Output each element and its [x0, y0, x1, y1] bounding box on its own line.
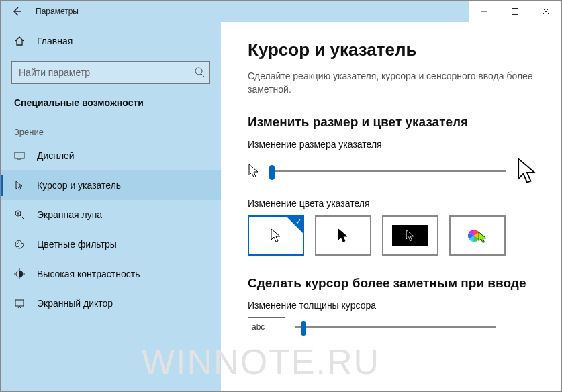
display-icon	[14, 150, 25, 161]
home-label: Главная	[37, 36, 73, 46]
pointer-color-custom[interactable]	[449, 215, 506, 256]
cursor-thickness-label: Изменение толщины курсора	[248, 300, 538, 311]
pointer-color-white[interactable]: ✓	[248, 215, 304, 256]
cursor-white-icon	[270, 228, 282, 244]
svg-point-14	[17, 246, 19, 247]
cursor-thickness-slider[interactable]	[295, 326, 496, 328]
narrator-icon	[14, 298, 25, 309]
search-input[interactable]	[11, 61, 210, 84]
search-wrap	[11, 61, 210, 84]
thickness-preview: abc	[248, 317, 285, 336]
sidebar: Главная Специальные возможности Зрение Д…	[1, 22, 221, 391]
svg-line-9	[20, 215, 24, 219]
sidebar-item-magnifier[interactable]: Экранная лупа	[1, 200, 221, 230]
palette-icon	[14, 239, 25, 250]
cursor-small-icon	[248, 163, 260, 179]
titlebar: Параметры	[1, 1, 561, 22]
cursor-black-icon	[337, 228, 349, 244]
svg-point-4	[195, 68, 202, 75]
sidebar-item-label: Цветные фильтры	[37, 239, 117, 250]
svg-point-13	[18, 242, 19, 243]
search-icon	[194, 66, 205, 77]
text-caret	[250, 322, 250, 332]
slider-thumb[interactable]	[301, 321, 306, 336]
cursor-thickness-row: abc	[248, 317, 538, 336]
svg-rect-6	[15, 152, 24, 158]
svg-point-12	[17, 243, 18, 244]
category-header: Специальные возможности	[1, 91, 221, 115]
content-area: Курсор и указатель Сделайте реакцию указ…	[221, 22, 561, 391]
svg-rect-1	[512, 9, 518, 15]
check-icon: ✓	[295, 217, 301, 226]
close-button[interactable]	[530, 1, 561, 22]
window-controls	[469, 1, 561, 22]
pointer-size-slider[interactable]	[269, 170, 506, 172]
contrast-icon	[14, 268, 25, 279]
back-button[interactable]	[1, 1, 33, 22]
sidebar-item-colorfilters[interactable]: Цветные фильтры	[1, 230, 221, 259]
cursor-green-icon	[477, 231, 488, 244]
slider-thumb[interactable]	[269, 165, 275, 180]
sidebar-item-label: Курсор и указатель	[37, 180, 121, 191]
pointer-size-slider-row	[248, 156, 538, 186]
pointer-size-label: Изменение размера указателя	[248, 139, 538, 150]
section-cursor-title: Сделать курсор более заметным при вводе	[248, 276, 538, 291]
sidebar-home[interactable]: Главная	[1, 26, 221, 56]
home-icon	[14, 36, 25, 46]
sidebar-item-label: Дисплей	[37, 150, 75, 161]
pointer-color-label: Изменение цвета указателя	[248, 198, 538, 209]
page-description: Сделайте реакцию указателя, курсора и се…	[248, 70, 538, 96]
sidebar-item-label: Экранный диктор	[37, 298, 113, 309]
pointer-color-black[interactable]	[315, 215, 371, 256]
svg-line-5	[201, 74, 204, 77]
cursor-inverted-icon	[405, 229, 416, 242]
pointer-color-options: ✓	[248, 215, 538, 256]
svg-rect-20	[15, 300, 24, 306]
arrow-left-icon	[11, 6, 22, 17]
minimize-button[interactable]	[469, 1, 500, 22]
maximize-button[interactable]	[500, 1, 530, 22]
sidebar-item-label: Высокая контрастность	[37, 268, 140, 279]
window-title: Параметры	[36, 7, 79, 16]
preview-text: abc	[252, 322, 265, 332]
sidebar-item-display[interactable]: Дисплей	[1, 141, 221, 170]
cursor-icon	[14, 180, 25, 191]
page-title: Курсор и указатель	[248, 40, 538, 60]
sidebar-item-cursor[interactable]: Курсор и указатель	[1, 170, 221, 200]
sidebar-item-narrator[interactable]: Экранный диктор	[1, 289, 221, 318]
sidebar-item-contrast[interactable]: Высокая контрастность	[1, 259, 221, 289]
magnifier-icon	[14, 209, 25, 220]
section-pointer-title: Изменить размер и цвет указателя	[248, 115, 538, 130]
cursor-big-icon	[516, 156, 538, 186]
group-label: Зрение	[1, 115, 221, 141]
pointer-color-inverted[interactable]	[382, 215, 438, 256]
sidebar-item-label: Экранная лупа	[37, 209, 102, 220]
